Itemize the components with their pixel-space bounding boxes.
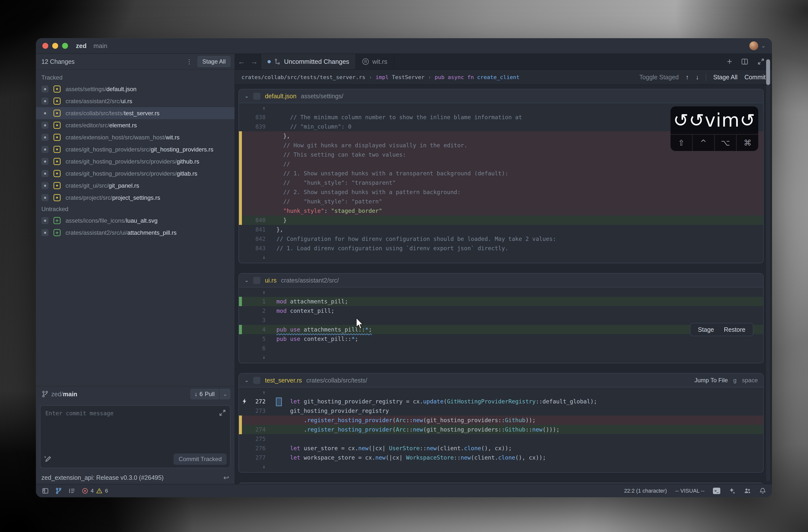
code-line[interactable]: // "hunk_style": "pattern"	[239, 197, 763, 206]
code-line[interactable]: // This setting can take two values:	[239, 150, 763, 159]
commit-message-editor[interactable]: Enter commit message Commit Tracked	[40, 405, 231, 468]
expand-down-icon[interactable]: ↓	[239, 462, 763, 471]
cursor-position[interactable]: 22:2 (1 character)	[624, 488, 667, 494]
file-row[interactable]: +assets/icons/file_icons/luau_alt.svg	[36, 215, 235, 226]
file-row[interactable]: crates/extension_host/src/wasm_host/wit.…	[36, 131, 235, 143]
breadcrumb-impl[interactable]: TestServer	[392, 74, 424, 80]
commit-button[interactable]: Commit	[745, 74, 766, 81]
new-tab-icon[interactable]: +	[727, 58, 732, 65]
expand-down-icon[interactable]: ↓	[239, 353, 763, 361]
code-line-840[interactable]: 840 }	[239, 216, 763, 225]
close-button[interactable]	[42, 43, 48, 49]
stage-file-checkbox[interactable]	[253, 93, 260, 100]
nav-back-icon[interactable]: ←	[235, 54, 248, 69]
outline-icon[interactable]	[69, 488, 75, 494]
scrollbar[interactable]	[766, 58, 770, 481]
expand-up-icon[interactable]: ↑	[239, 289, 763, 297]
breadcrumb-file[interactable]: crates/collab/src/tests/test_server.rs	[241, 74, 365, 80]
chevron-down-icon[interactable]: ⌄	[761, 43, 766, 49]
generate-commit-message-icon[interactable]	[44, 455, 52, 463]
titlebar-branch[interactable]: main	[93, 42, 107, 50]
code-line-842[interactable]: 842// Configuration for how direnv confi…	[239, 234, 763, 243]
restore-hunk-button[interactable]: Restore	[724, 325, 746, 334]
expand-up-icon[interactable]: ↑	[239, 388, 763, 397]
stage-file-checkbox[interactable]	[253, 377, 260, 384]
file-row[interactable]: crates/editor/src/element.rs	[36, 119, 235, 131]
next-hunk-icon[interactable]: ↓	[696, 73, 699, 81]
code-line-2[interactable]: 2mod context_pill;	[239, 306, 763, 315]
repo-name[interactable]: zed/	[51, 391, 63, 398]
stage-checkbox[interactable]	[41, 134, 49, 141]
tab-uncommitted-changes[interactable]: Uncommitted Changes	[261, 54, 356, 69]
collab-icon[interactable]	[744, 488, 751, 494]
toggle-staged-button[interactable]: Toggle Staged	[639, 74, 679, 81]
file-row[interactable]: crates/git_hosting_providers/src/git_hos…	[36, 143, 235, 155]
code-line[interactable]: "hunk_style": "staged_border"	[239, 206, 763, 216]
file-row[interactable]: crates/git_hosting_providers/src/provide…	[36, 167, 235, 180]
overflow-menu-icon[interactable]: ⋮	[184, 58, 194, 66]
file-row[interactable]: crates/git_ui/src/git_panel.rs	[36, 180, 235, 191]
stage-file-checkbox[interactable]	[253, 277, 260, 284]
chevron-down-icon[interactable]: ⌄	[244, 377, 249, 384]
bell-icon[interactable]	[759, 488, 766, 494]
code-line[interactable]: // 1. Show unstaged hunks with a transpa…	[239, 169, 763, 178]
expand-pane-icon[interactable]	[757, 58, 765, 65]
code-line-275[interactable]: 275	[239, 434, 763, 444]
code-line-272[interactable]: 272 let git_hosting_provider_registry = …	[239, 397, 763, 406]
code-line-3[interactable]: 3	[239, 315, 763, 325]
jump-to-file-button[interactable]: Jump To File	[694, 377, 728, 384]
diff-section-header[interactable]: ⌄element.rscrates/editor/src/	[239, 483, 763, 484]
stage-checkbox[interactable]	[41, 182, 49, 189]
file-row[interactable]: crates/assistant2/src/ui.rs	[36, 95, 235, 107]
file-row[interactable]: crates/project/src/project_settings.rs	[36, 191, 235, 204]
file-row[interactable]: crates/git_hosting_providers/src/provide…	[36, 155, 235, 167]
scrollbar-thumb[interactable]	[766, 59, 770, 85]
stage-checkbox[interactable]	[41, 86, 49, 93]
git-panel-icon[interactable]	[55, 488, 62, 494]
stage-hunk-button[interactable]: Stage	[698, 325, 714, 334]
stage-checkbox[interactable]	[41, 146, 49, 153]
code-line-273[interactable]: 273 git_hosting_provider_registry	[239, 406, 763, 416]
project-title[interactable]: zed	[76, 42, 87, 50]
pull-dropdown-icon[interactable]: ⌄	[220, 389, 231, 400]
panel-left-icon[interactable]	[42, 488, 49, 494]
code-line-276[interactable]: 276 let user_store = cx.new(|cx| UserSto…	[239, 444, 763, 453]
breadcrumb-fn[interactable]: create_client	[477, 74, 519, 80]
terminal-icon[interactable]: >_	[713, 488, 720, 494]
code-line[interactable]: // 2. Show unstaged hunks with a pattern…	[239, 187, 763, 197]
code-line-6[interactable]: 6	[239, 344, 763, 353]
diagnostics[interactable]: 4 6	[82, 488, 108, 494]
code-line[interactable]: // "hunk_style": "transparent"	[239, 178, 763, 187]
stage-checkbox[interactable]	[41, 97, 49, 105]
breadcrumb[interactable]: crates/collab/src/tests/test_server.rs ›…	[235, 70, 772, 85]
stage-checkbox[interactable]	[41, 194, 49, 201]
file-row[interactable]: +crates/assistant2/src/ui/attachments_pi…	[36, 226, 235, 239]
stage-checkbox[interactable]	[41, 217, 49, 224]
minimize-button[interactable]	[52, 43, 58, 49]
code-line-1[interactable]: 1mod attachments_pill;	[239, 297, 763, 306]
code-line[interactable]: .register_hosting_provider(Arc::new(git_…	[239, 416, 763, 425]
stage-checkbox[interactable]	[41, 170, 49, 177]
commit-tracked-button[interactable]: Commit Tracked	[174, 454, 227, 465]
diff-section-header[interactable]: ⌄default.jsonassets/settings/	[239, 89, 763, 103]
diff-section-header[interactable]: ⌄test_server.rscrates/collab/src/tests/J…	[239, 374, 763, 387]
file-row[interactable]: crates/collab/src/tests/test_server.rs	[36, 107, 235, 119]
chevron-down-icon[interactable]: ⌄	[244, 93, 249, 99]
code-line-843[interactable]: 843// 1. Load direnv configuration using…	[239, 243, 763, 253]
branch-name[interactable]: main	[63, 391, 77, 398]
undo-commit-icon[interactable]: ↩	[223, 474, 229, 482]
avatar[interactable]	[749, 41, 758, 50]
last-commit-row[interactable]: zed_extension_api: Release v0.3.0 (#2649…	[36, 471, 235, 484]
code-line-277[interactable]: 277 let workspace_store = cx.new(|cx| Wo…	[239, 453, 763, 462]
stage-checkbox[interactable]	[41, 110, 49, 117]
stage-checkbox[interactable]	[41, 229, 49, 236]
sparkles-icon[interactable]	[729, 488, 736, 494]
chevron-down-icon[interactable]: ⌄	[244, 277, 249, 283]
code-line[interactable]: //	[239, 159, 763, 169]
prev-hunk-icon[interactable]: ↑	[685, 73, 689, 81]
code-line-4[interactable]: 4pub use attachments_pill::*;StageRestor…	[239, 325, 763, 334]
expand-commit-editor-icon[interactable]	[219, 409, 226, 417]
tab-wit-rs[interactable]: R wit.rs	[356, 54, 394, 69]
split-pane-icon[interactable]	[741, 58, 748, 65]
code-line-841[interactable]: 841},	[239, 225, 763, 234]
